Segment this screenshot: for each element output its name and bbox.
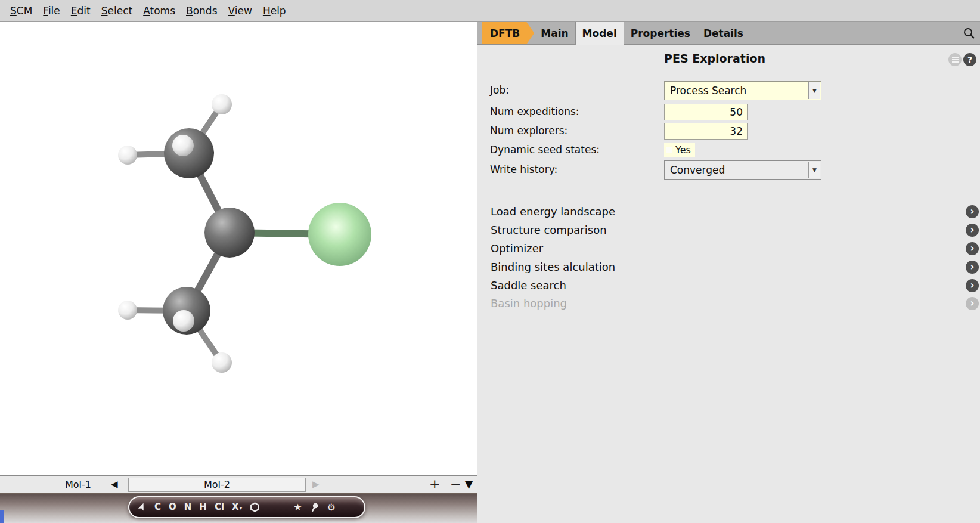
select-cursor-icon[interactable] [137, 502, 147, 512]
pick-element-caret-icon: ▾ [240, 506, 243, 512]
menu-bar: SCM File Edit Select Atoms Bonds View He… [0, 0, 980, 22]
remove-molecule-button[interactable]: − [450, 476, 461, 491]
link-load-energy-landscape[interactable]: Load energy landscape › [477, 204, 980, 219]
atom-H [118, 301, 137, 320]
ring-structure-icon[interactable] [250, 502, 260, 512]
structures-star-icon[interactable]: ★ [293, 503, 302, 512]
link-basin-hopping-disabled: Basin hopping › [477, 296, 980, 311]
link-structure-comparison[interactable]: Structure comparison › [477, 222, 980, 238]
write-history-select[interactable]: Converged ▼ [664, 160, 821, 180]
dynamic-seed-checkbox-row: Yes [664, 143, 695, 157]
dynamic-seed-checkbox[interactable] [666, 147, 672, 153]
tab-model[interactable]: Model [575, 22, 624, 45]
pick-element-button[interactable]: X ▾ [232, 503, 242, 512]
num-explorers-label: Num explorers: [490, 125, 567, 137]
chevron-right-icon[interactable]: › [966, 224, 979, 237]
menu-edit[interactable]: Edit [66, 5, 96, 17]
link-label: Binding sites alculation [491, 259, 615, 275]
link-optimizer[interactable]: Optimizer › [477, 241, 980, 256]
element-cl-button[interactable]: Cl [215, 503, 224, 512]
prev-molecule-icon[interactable]: ◀ [111, 479, 118, 490]
job-select[interactable]: Process Search ▼ [664, 81, 821, 100]
atom-H [118, 146, 137, 165]
num-explorers-input[interactable]: 32 [664, 123, 748, 140]
menu-view[interactable]: View [223, 5, 258, 17]
link-label: Load energy landscape [491, 204, 615, 219]
write-history-select-value: Converged [670, 164, 725, 176]
atom-H [173, 310, 194, 332]
search-icon[interactable] [962, 26, 976, 41]
panel-tab-bar: DFTB Main Model Properties Details [477, 22, 980, 45]
chevron-right-icon[interactable]: › [966, 242, 979, 255]
atom-H [172, 135, 194, 156]
link-label: Optimizer [491, 241, 543, 256]
chevron-right-icon[interactable]: › [966, 279, 979, 292]
toolbar-reflection [132, 520, 361, 523]
atom-Cl [308, 203, 371, 266]
panel-menu-icon[interactable] [948, 53, 962, 66]
add-molecule-button[interactable]: + [429, 476, 440, 491]
menu-bonds[interactable]: Bonds [181, 5, 223, 17]
mol-1-tab[interactable]: Mol-1 [60, 479, 97, 490]
tab-details[interactable]: Details [697, 22, 750, 44]
help-icon[interactable]: ? [963, 53, 976, 66]
menu-scm[interactable]: SCM [5, 5, 38, 17]
atom-H [212, 352, 232, 373]
molecule-viewport[interactable] [0, 22, 477, 475]
element-n-button[interactable]: N [184, 503, 192, 512]
mol-2-tab-active[interactable]: Mol-2 [128, 478, 306, 492]
num-expeditions-input[interactable]: 50 [664, 104, 748, 120]
dynamic-seed-value-label: Yes [675, 144, 691, 156]
element-h-button[interactable]: H [199, 503, 207, 512]
search-tool-icon[interactable] [310, 502, 320, 512]
chevron-down-icon[interactable]: ▼ [808, 162, 820, 178]
menu-file[interactable]: File [38, 5, 65, 17]
collapse-panel-icon[interactable]: ▼ [465, 478, 473, 490]
tab-properties[interactable]: Properties [624, 22, 697, 44]
link-label: Saddle search [491, 278, 566, 293]
job-label: Job: [490, 84, 509, 96]
num-expeditions-label: Num expeditions: [490, 106, 579, 117]
link-saddle-search[interactable]: Saddle search › [477, 278, 980, 293]
tab-dftb[interactable]: DFTB [482, 22, 534, 44]
quick-toolbar: C O N H Cl X ▾ ★ ⚙ [128, 496, 365, 518]
atom-C [204, 208, 255, 258]
page-title: PES Exploration [664, 52, 765, 65]
molecule-tab-bar: Mol-1 ◀ Mol-2 ▶ + − ▼ [0, 475, 477, 494]
bottom-toolbar-strip: C O N H Cl X ▾ ★ ⚙ [0, 494, 477, 523]
menu-help[interactable]: Help [258, 5, 291, 17]
settings-panel: DFTB Main Model Properties Details PES E… [477, 22, 980, 523]
chevron-down-icon[interactable]: ▼ [808, 82, 820, 99]
settings-gear-icon[interactable]: ⚙ [327, 503, 336, 512]
dynamic-seed-label: Dynamic seed states: [490, 144, 600, 156]
link-label: Basin hopping [491, 296, 567, 311]
atom-H [212, 94, 232, 114]
menu-select[interactable]: Select [96, 5, 138, 17]
element-o-button[interactable]: O [169, 503, 176, 512]
element-c-button[interactable]: C [154, 503, 161, 512]
chevron-right-icon: › [966, 297, 979, 310]
chevron-right-icon[interactable]: › [966, 261, 979, 274]
next-molecule-icon[interactable]: ▶ [312, 479, 320, 490]
menu-atoms[interactable]: Atoms [138, 5, 181, 17]
write-history-label: Write history: [490, 163, 557, 175]
chevron-right-icon[interactable]: › [966, 205, 979, 218]
link-binding-sites[interactable]: Binding sites alculation › [477, 259, 980, 275]
link-label: Structure comparison [491, 222, 607, 238]
job-select-value: Process Search [670, 85, 746, 97]
corner-decoration [0, 510, 4, 523]
pick-element-label: X [232, 503, 239, 512]
molecule-3d-model[interactable] [0, 22, 477, 475]
tab-main[interactable]: Main [534, 22, 575, 44]
